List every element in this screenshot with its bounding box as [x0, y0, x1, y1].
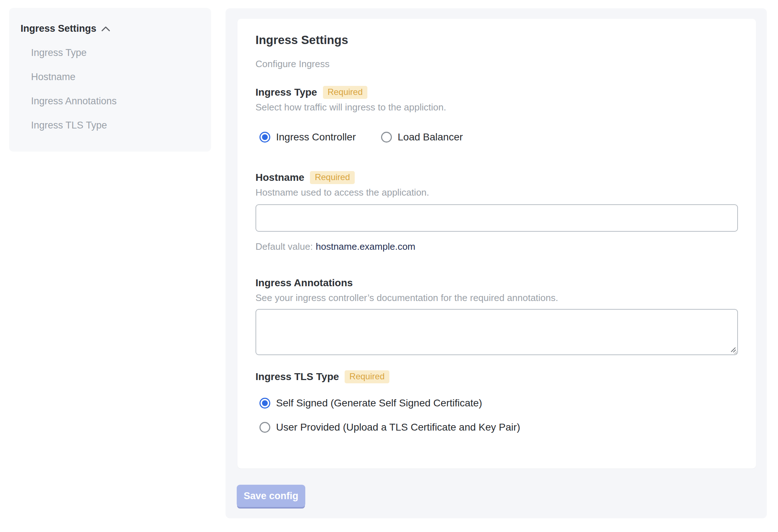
hostname-default-line: Default value:hostname.example.com	[255, 240, 740, 253]
sidebar-item-hostname[interactable]: Hostname	[31, 72, 200, 82]
ingress-annotations-textarea[interactable]	[255, 309, 738, 355]
radio-option-load-balancer[interactable]: Load Balancer	[381, 131, 463, 144]
sidebar-item-ingress-annotations[interactable]: Ingress Annotations	[31, 96, 200, 106]
config-card: Ingress Settings Configure Ingress Ingre…	[237, 19, 756, 468]
radio-label: User Provided (Upload a TLS Certificate …	[276, 421, 520, 434]
radio-icon[interactable]	[259, 422, 270, 433]
radio-label: Ingress Controller	[276, 131, 356, 144]
config-panel: Ingress Settings Configure Ingress Ingre…	[226, 8, 767, 518]
sidebar-group-heading: Ingress Settings	[21, 23, 96, 34]
radio-label: Self Signed (Generate Self Signed Certif…	[276, 397, 482, 410]
sidebar-item-ingress-tls-type[interactable]: Ingress TLS Type	[31, 121, 200, 130]
config-groups-sidebar: Ingress Settings Ingress Type Hostname I…	[9, 8, 211, 152]
section-ingress-tls-type: Ingress TLS Type Required Self Signed (G…	[255, 370, 740, 434]
ingress-type-radio-group: Ingress Controller Load Balancer	[255, 131, 740, 144]
section-ingress-annotations: Ingress Annotations See your ingress con…	[255, 276, 740, 355]
default-value-label: Default value:	[255, 241, 313, 252]
required-badge: Required	[323, 86, 367, 99]
section-heading-ingress-type: Ingress Type	[255, 86, 317, 99]
section-hostname: Hostname Required Hostname used to acces…	[255, 171, 740, 253]
radio-icon[interactable]	[259, 398, 270, 409]
sidebar-group-toggle[interactable]: Ingress Settings	[21, 23, 200, 34]
required-badge: Required	[345, 370, 389, 383]
required-badge: Required	[310, 171, 354, 184]
chevron-up-icon	[101, 26, 110, 32]
radio-option-user-provided[interactable]: User Provided (Upload a TLS Certificate …	[259, 421, 740, 434]
save-config-button[interactable]: Save config	[237, 485, 305, 507]
section-help-ingress-type: Select how traffic will ingress to the a…	[255, 101, 740, 113]
section-help-hostname: Hostname used to access the application.	[255, 186, 740, 199]
sidebar-item-ingress-type[interactable]: Ingress Type	[31, 48, 200, 58]
sidebar-item-list: Ingress Type Hostname Ingress Annotation…	[21, 48, 200, 130]
section-heading-hostname: Hostname	[255, 171, 304, 184]
page-subtitle: Configure Ingress	[255, 58, 740, 70]
section-heading-ingress-annotations: Ingress Annotations	[255, 276, 353, 289]
page-title: Ingress Settings	[255, 33, 740, 47]
section-heading-ingress-tls-type: Ingress TLS Type	[255, 370, 339, 383]
hostname-input[interactable]	[255, 204, 738, 232]
radio-icon[interactable]	[259, 132, 270, 143]
radio-option-self-signed[interactable]: Self Signed (Generate Self Signed Certif…	[259, 397, 740, 410]
section-help-ingress-annotations: See your ingress controller’s documentat…	[255, 292, 740, 304]
radio-label: Load Balancer	[398, 131, 463, 144]
radio-icon[interactable]	[381, 132, 392, 143]
ingress-tls-radio-group: Self Signed (Generate Self Signed Certif…	[255, 397, 740, 434]
radio-option-ingress-controller[interactable]: Ingress Controller	[259, 131, 356, 144]
section-ingress-type: Ingress Type Required Select how traffic…	[255, 86, 740, 144]
default-value-text: hostname.example.com	[316, 241, 415, 252]
